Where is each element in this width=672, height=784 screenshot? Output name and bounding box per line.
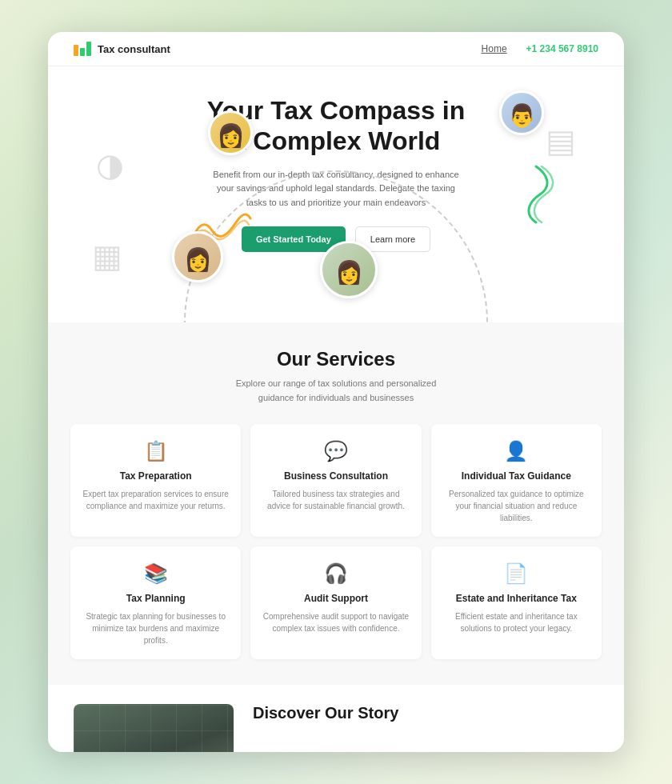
logo-bar-1: [74, 45, 78, 56]
service-desc-business-consultation: Tailored business tax strategies and adv…: [262, 488, 410, 512]
discover-img-bg: [74, 704, 234, 752]
discover-image: [74, 704, 234, 752]
tax-planning-icon: 📚: [82, 562, 230, 585]
service-desc-individual-tax: Personalized tax guidance to optimize yo…: [442, 488, 590, 524]
home-link[interactable]: Home: [482, 43, 507, 54]
tax-preparation-icon: 📋: [82, 440, 230, 462]
audit-support-icon: 🎧: [262, 562, 410, 585]
squiggle-right-icon: [508, 162, 564, 226]
pie-chart-deco-icon: ◑: [96, 146, 124, 183]
person-icon-1: 👩: [217, 125, 245, 147]
service-desc-tax-preparation: Expert tax preparation services to ensur…: [82, 488, 230, 512]
service-title-tax-planning: Tax Planning: [82, 593, 230, 604]
logo: Tax consultant: [74, 42, 170, 56]
browser-window: Tax consultant Home +1 234 567 8910 Your…: [48, 32, 624, 752]
service-card-individual-tax: 👤 Individual Tax Guidance Personalized t…: [431, 424, 602, 537]
service-desc-tax-planning: Strategic tax planning for businesses to…: [82, 610, 230, 646]
service-card-tax-preparation: 📋 Tax Preparation Expert tax preparation…: [70, 424, 241, 537]
service-title-business-consultation: Business Consultation: [262, 470, 410, 482]
phone-number[interactable]: +1 234 567 8910: [526, 43, 598, 54]
person-icon-3: 👩: [184, 249, 212, 271]
logo-bar-2: [80, 48, 85, 56]
service-title-audit-support: Audit Support: [262, 593, 410, 604]
services-grid: 📋 Tax Preparation Expert tax preparation…: [70, 424, 602, 659]
estate-tax-icon: 📄: [442, 562, 590, 585]
nav-links: Home +1 234 567 8910: [482, 43, 598, 54]
service-card-audit-support: 🎧 Audit Support Comprehensive audit supp…: [250, 546, 421, 659]
service-title-tax-preparation: Tax Preparation: [82, 470, 230, 482]
business-consultation-icon: 💬: [262, 440, 410, 462]
discover-text: Discover Our Story: [253, 704, 398, 722]
service-title-individual-tax: Individual Tax Guidance: [442, 470, 590, 482]
service-card-estate-tax: 📄 Estate and Inheritance Tax Efficient e…: [431, 546, 602, 659]
services-section: Our Services Explore our range of tax so…: [48, 322, 624, 685]
discover-heading: Discover Our Story: [253, 704, 398, 722]
navbar: Tax consultant Home +1 234 567 8910: [48, 32, 624, 66]
avatar-bottom-left: 👩: [172, 231, 223, 282]
bar-chart-deco-icon: ▦: [92, 238, 122, 274]
services-heading: Our Services: [70, 348, 602, 370]
document-deco-icon: ▤: [546, 122, 576, 159]
avatar-top-left: 👩: [208, 110, 253, 155]
service-desc-estate-tax: Efficient estate and inheritance tax sol…: [442, 610, 590, 634]
logo-text: Tax consultant: [98, 43, 170, 55]
services-subtitle: Explore our range of tax solutions and p…: [224, 377, 448, 405]
individual-tax-icon: 👤: [442, 440, 590, 462]
avatar-bottom-center: 👩: [320, 241, 378, 298]
service-title-estate-tax: Estate and Inheritance Tax: [442, 593, 590, 604]
person-icon-4: 👩: [335, 262, 363, 284]
hero-subtitle: Benefit from our in-depth tax consultanc…: [208, 168, 464, 210]
logo-icon: [74, 42, 91, 56]
service-card-business-consultation: 💬 Business Consultation Tailored busines…: [250, 424, 421, 537]
avatar-top-right: 👨: [499, 90, 544, 135]
logo-bar-3: [86, 42, 91, 56]
discover-section: Discover Our Story: [48, 685, 624, 752]
person-icon-2: 👨: [508, 105, 536, 127]
service-card-tax-planning: 📚 Tax Planning Strategic tax planning fo…: [70, 546, 241, 659]
service-desc-audit-support: Comprehensive audit support to navigate …: [262, 610, 410, 634]
discover-grid-overlay: [74, 704, 234, 752]
hero-section: Your Tax Compass in a Complex World Bene…: [48, 66, 624, 322]
